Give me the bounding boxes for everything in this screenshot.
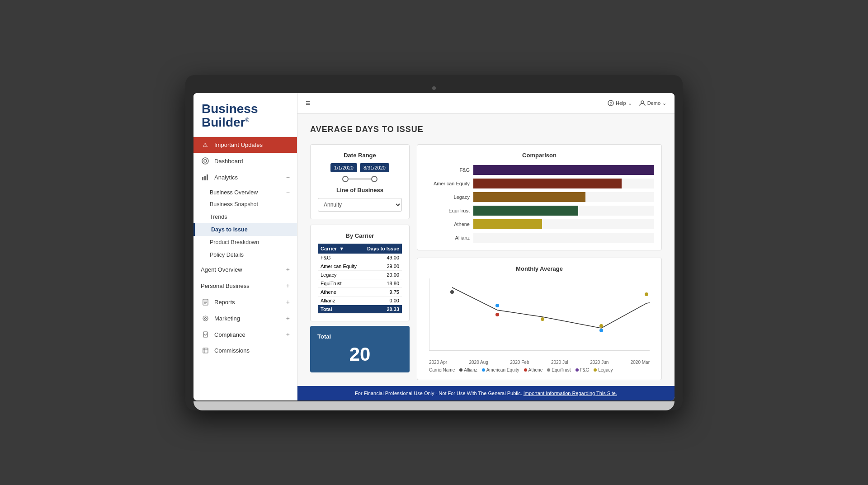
marketing-icon bbox=[201, 315, 210, 322]
date-slider[interactable] bbox=[318, 176, 402, 182]
nav-business-overview[interactable]: Business Overview − bbox=[193, 185, 297, 198]
carrier-days: 20.00 bbox=[362, 270, 402, 279]
days-col-header: Days to Issue bbox=[362, 244, 402, 254]
lob-select[interactable]: Annuity Life DI LTC bbox=[318, 198, 402, 212]
sidebar: Business Builder® ⚠ Important Updates bbox=[193, 93, 297, 400]
sidebar-item-personal-business[interactable]: Personal Business + bbox=[193, 278, 297, 294]
legend-label: Allianz bbox=[464, 367, 477, 372]
page-title: AVERAGE DAYS TO ISSUE bbox=[310, 125, 662, 134]
table-row: Allianz0.00 bbox=[318, 296, 402, 305]
start-date-btn[interactable]: 1/1/2020 bbox=[330, 163, 357, 172]
bar-label: EquiTrust bbox=[425, 208, 470, 213]
bar-container bbox=[473, 192, 654, 202]
date-inputs: 1/1/2020 8/31/2020 bbox=[318, 163, 402, 172]
sidebar-item-compliance[interactable]: Compliance + bbox=[193, 326, 297, 343]
comparison-bars: F&G American Equity Legacy EquiTrust Ath… bbox=[425, 165, 654, 243]
compliance-icon bbox=[201, 331, 210, 338]
legend-item: EquiTrust bbox=[547, 367, 571, 372]
legend-label: F&G bbox=[580, 367, 590, 372]
charts-column: Comparison F&G American Equity Legacy Eq… bbox=[417, 144, 662, 380]
svg-point-22 bbox=[599, 324, 603, 328]
svg-point-24 bbox=[645, 292, 648, 296]
legend-label: Legacy bbox=[598, 367, 613, 372]
bar-fill bbox=[473, 165, 654, 175]
sidebar-item-label: Commissions bbox=[214, 347, 250, 354]
bar-row: EquiTrust bbox=[425, 206, 654, 216]
hamburger-button[interactable]: ≡ bbox=[306, 99, 311, 108]
x-label: 2020 Mar bbox=[631, 360, 650, 365]
analytics-icon bbox=[201, 174, 210, 181]
svg-rect-11 bbox=[203, 332, 208, 337]
bar-fill bbox=[473, 179, 622, 188]
sidebar-item-label: Compliance bbox=[214, 331, 245, 338]
commissions-icon bbox=[201, 347, 210, 354]
bar-fill bbox=[473, 206, 578, 216]
slider-end[interactable] bbox=[371, 176, 377, 182]
bar-label: American Equity bbox=[425, 181, 470, 186]
bar-container bbox=[473, 179, 654, 188]
bar-container bbox=[473, 233, 654, 243]
x-label: 2020 Apr bbox=[429, 360, 447, 365]
legend-dot bbox=[547, 368, 550, 372]
sidebar-item-trends[interactable]: Trends bbox=[193, 211, 297, 223]
sidebar-item-label: Reports bbox=[214, 299, 235, 306]
x-label: 2020 Jul bbox=[551, 360, 568, 365]
bar-label: Allianz bbox=[425, 235, 470, 240]
sidebar-item-analytics[interactable]: Analytics − bbox=[193, 169, 297, 185]
monthly-average-card: Monthly Average bbox=[417, 258, 662, 380]
carrier-days: 29.00 bbox=[362, 262, 402, 270]
help-icon: ? bbox=[608, 100, 614, 106]
carrier-total-row: Total20.33 bbox=[318, 305, 402, 313]
total-label-cell: Total bbox=[318, 305, 362, 313]
total-value: 20 bbox=[317, 344, 402, 365]
brand-logo: Business Builder® bbox=[193, 93, 297, 137]
carrier-name: F&G bbox=[318, 254, 362, 262]
svg-point-1 bbox=[204, 160, 207, 162]
bar-row: Athene bbox=[425, 219, 654, 229]
legend-item: Allianz bbox=[459, 367, 477, 372]
sidebar-item-dashboard[interactable]: Dashboard bbox=[193, 153, 297, 169]
footer-link[interactable]: Important Information Regarding This Sit… bbox=[524, 391, 617, 396]
bar-fill bbox=[473, 192, 585, 202]
svg-point-9 bbox=[203, 316, 208, 321]
topbar: ≡ ? Help ⌄ bbox=[297, 93, 675, 114]
footer-text: For Financial Professional Use Only - No… bbox=[355, 391, 522, 396]
sidebar-item-label: Important Updates bbox=[214, 141, 263, 148]
sidebar-item-label: Analytics bbox=[214, 174, 238, 181]
legend-dot bbox=[459, 368, 462, 372]
date-range-card: Date Range 1/1/2020 8/31/2020 bbox=[310, 144, 410, 219]
sort-icon[interactable]: ▼ bbox=[339, 246, 344, 251]
carrier-name: Allianz bbox=[318, 296, 362, 305]
sidebar-item-agent-overview[interactable]: Agent Overview + bbox=[193, 261, 297, 278]
sidebar-item-marketing[interactable]: Marketing + bbox=[193, 310, 297, 326]
scatter-legend: CarrierName AllianzAmerican EquityAthene… bbox=[425, 367, 654, 372]
sidebar-item-reports[interactable]: Reports + bbox=[193, 294, 297, 310]
svg-rect-4 bbox=[207, 174, 208, 180]
end-date-btn[interactable]: 8/31/2020 bbox=[360, 163, 389, 172]
bar-row: F&G bbox=[425, 165, 654, 175]
sidebar-item-policy-details[interactable]: Policy Details bbox=[193, 249, 297, 261]
svg-point-19 bbox=[495, 304, 499, 307]
slider-start[interactable] bbox=[342, 176, 349, 182]
legend-item: Legacy bbox=[594, 367, 613, 372]
sidebar-item-important-updates[interactable]: ⚠ Important Updates bbox=[193, 137, 297, 153]
sidebar-item-label: Dashboard bbox=[214, 158, 243, 165]
sidebar-item-days-to-issue[interactable]: Days to Issue bbox=[193, 223, 297, 236]
user-menu[interactable]: Demo ⌄ bbox=[639, 100, 666, 106]
x-label: 2020 Jun bbox=[590, 360, 609, 365]
sidebar-item-commissions[interactable]: Commissions bbox=[193, 343, 297, 358]
sidebar-item-business-snapshot[interactable]: Business Snapshot bbox=[193, 198, 297, 211]
bar-row: American Equity bbox=[425, 179, 654, 188]
svg-point-20 bbox=[495, 313, 499, 316]
bar-label: Athene bbox=[425, 221, 470, 227]
analytics-expand: − bbox=[286, 174, 290, 181]
comparison-title: Comparison bbox=[425, 152, 654, 159]
legend-item: F&G bbox=[576, 367, 590, 372]
bar-row: Legacy bbox=[425, 192, 654, 202]
legend-dot bbox=[524, 368, 527, 372]
svg-point-21 bbox=[541, 317, 544, 321]
carrier-col-header: Carrier ▼ bbox=[318, 244, 362, 254]
sidebar-item-label: Marketing bbox=[214, 315, 240, 322]
sidebar-item-product-breakdown[interactable]: Product Breakdown bbox=[193, 236, 297, 249]
help-menu[interactable]: ? Help ⌄ bbox=[608, 100, 632, 106]
